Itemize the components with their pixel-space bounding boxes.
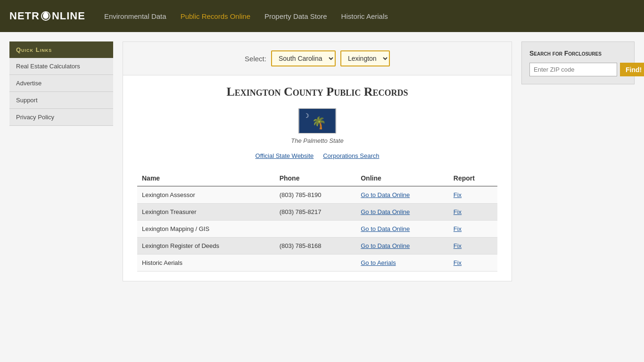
cell-name: Historic Aerials <box>137 255 275 272</box>
cell-phone: (803) 785-8217 <box>275 204 356 221</box>
online-link[interactable]: Go to Data Online <box>361 191 410 198</box>
county-title: Lexington County Public Records <box>137 85 497 99</box>
foreclosure-input-row: Find! <box>529 63 627 76</box>
sidebar-item-advertise[interactable]: Advertise <box>9 75 113 92</box>
cell-name: Lexington Mapping / GIS <box>137 221 275 238</box>
sidebar: Quick Links Real Estate Calculators Adve… <box>9 41 113 281</box>
header: NETR NLINE Environmental Data Public Rec… <box>0 0 644 32</box>
official-state-website-link[interactable]: Official State Website <box>256 152 314 159</box>
cell-phone <box>275 255 356 272</box>
content-area: Select: South Carolina Alabama Alaska Ar… <box>123 41 512 281</box>
table-row: Lexington Register of Deeds(803) 785-816… <box>137 238 497 255</box>
sidebar-item-support[interactable]: Support <box>9 92 113 109</box>
cell-phone <box>275 221 356 238</box>
nav-property-data[interactable]: Property Data Store <box>264 12 327 20</box>
records-table: Name Phone Online Report Lexington Asses… <box>137 171 497 272</box>
cell-report[interactable]: Fix <box>449 221 497 238</box>
cell-report[interactable]: Fix <box>449 204 497 221</box>
table-header-row: Name Phone Online Report <box>137 171 497 186</box>
cell-phone: (803) 785-8190 <box>275 186 356 204</box>
nav-environmental-data[interactable]: Environmental Data <box>104 12 166 20</box>
cell-online[interactable]: Go to Data Online <box>356 238 449 255</box>
online-link[interactable]: Go to Data Online <box>361 242 410 249</box>
report-link[interactable]: Fix <box>454 225 462 232</box>
state-flag: ☽ 🌴 <box>298 108 336 133</box>
cell-report[interactable]: Fix <box>449 186 497 204</box>
report-link[interactable]: Fix <box>454 208 462 215</box>
cell-online[interactable]: Go to Data Online <box>356 204 449 221</box>
svg-text:☽: ☽ <box>304 112 309 119</box>
find-button[interactable]: Find! <box>620 63 644 76</box>
svg-text:🌴: 🌴 <box>312 115 327 130</box>
cell-name: Lexington Register of Deeds <box>137 238 275 255</box>
zip-input[interactable] <box>529 63 617 76</box>
cell-phone: (803) 785-8168 <box>275 238 356 255</box>
table-row: Lexington Assessor(803) 785-8190Go to Da… <box>137 186 497 204</box>
cell-online[interactable]: Go to Aerials <box>356 255 449 272</box>
county-select[interactable]: Lexington Abbeville Aiken Anderson <box>340 50 390 66</box>
sidebar-item-real-estate[interactable]: Real Estate Calculators <box>9 58 113 75</box>
table-body: Lexington Assessor(803) 785-8190Go to Da… <box>137 186 497 272</box>
foreclosure-title: Search for Forclosures <box>529 49 627 57</box>
state-caption: The Palmetto State <box>137 137 497 144</box>
quick-links-header: Quick Links <box>9 41 113 58</box>
cell-name: Lexington Treasurer <box>137 204 275 221</box>
corporations-search-link[interactable]: Corporations Search <box>323 152 379 159</box>
select-label: Select: <box>245 55 266 63</box>
online-link[interactable]: Go to Data Online <box>361 225 410 232</box>
table-row: Lexington Mapping / GISGo to Data Online… <box>137 221 497 238</box>
report-link[interactable]: Fix <box>454 259 462 266</box>
cell-report[interactable]: Fix <box>449 255 497 272</box>
table-row: Historic AerialsGo to AerialsFix <box>137 255 497 272</box>
cell-report[interactable]: Fix <box>449 238 497 255</box>
online-link[interactable]: Go to Data Online <box>361 208 410 215</box>
state-flag-container: ☽ 🌴 <box>137 108 497 133</box>
logo: NETR NLINE <box>9 10 85 22</box>
main-nav: Environmental Data Public Records Online… <box>104 12 388 20</box>
table-row: Lexington Treasurer(803) 785-8217Go to D… <box>137 204 497 221</box>
cell-online[interactable]: Go to Data Online <box>356 221 449 238</box>
report-link[interactable]: Fix <box>454 242 462 249</box>
col-report: Report <box>449 171 497 186</box>
col-phone: Phone <box>275 171 356 186</box>
col-online: Online <box>356 171 449 186</box>
sidebar-item-privacy[interactable]: Privacy Policy <box>9 109 113 126</box>
state-links: Official State Website Corporations Sear… <box>137 152 497 159</box>
right-sidebar: Search for Forclosures Find! <box>521 41 635 281</box>
online-link[interactable]: Go to Aerials <box>361 259 396 266</box>
report-link[interactable]: Fix <box>454 191 462 198</box>
nav-historic-aerials[interactable]: Historic Aerials <box>341 12 388 20</box>
state-select[interactable]: South Carolina Alabama Alaska Arizona <box>271 50 336 66</box>
county-content: Lexington County Public Records ☽ 🌴 The … <box>123 75 512 281</box>
cell-name: Lexington Assessor <box>137 186 275 204</box>
select-bar: Select: South Carolina Alabama Alaska Ar… <box>123 42 512 75</box>
globe-icon <box>41 11 50 21</box>
col-name: Name <box>137 171 275 186</box>
foreclosure-box: Search for Forclosures Find! <box>521 41 635 84</box>
main-wrapper: Quick Links Real Estate Calculators Adve… <box>0 32 644 291</box>
nav-public-records[interactable]: Public Records Online <box>181 12 250 20</box>
cell-online[interactable]: Go to Data Online <box>356 186 449 204</box>
